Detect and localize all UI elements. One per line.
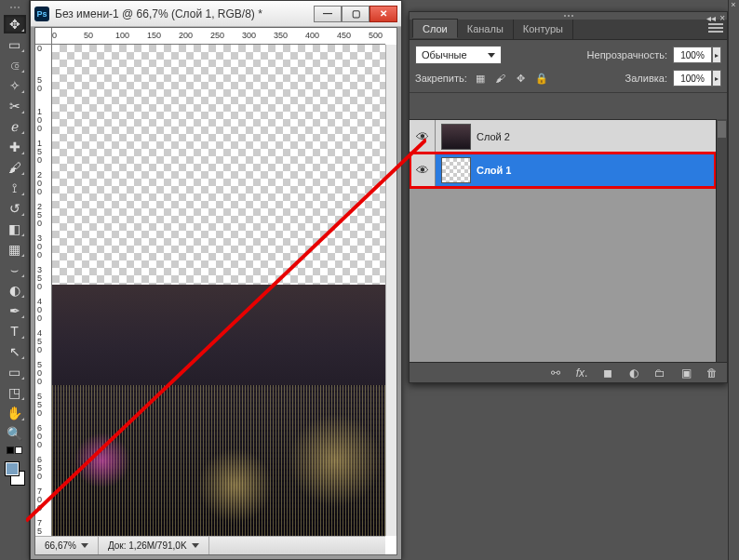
layer-scrollbar[interactable] xyxy=(716,119,727,362)
default-colors-icon[interactable] xyxy=(7,447,23,456)
fill-label: Заливка: xyxy=(625,73,667,84)
lock-pixels-icon[interactable]: 🖌 xyxy=(493,71,508,86)
layer-thumbnail[interactable] xyxy=(441,157,471,183)
lock-all-icon[interactable]: 🔒 xyxy=(534,71,549,86)
layer-thumbnail[interactable] xyxy=(441,124,471,150)
blur-tool[interactable]: ⌣ xyxy=(4,260,26,279)
layers-panel: ◂◂ × Слои Каналы Контуры Обычные Непрозр… xyxy=(409,11,728,383)
maximize-button[interactable]: ▢ xyxy=(342,6,370,22)
history-brush-tool[interactable]: ↺ xyxy=(4,199,26,218)
panel-tabs: Слои Каналы Контуры xyxy=(410,20,727,40)
layer-list[interactable]: 👁 Слой 2 👁 Слой 1 xyxy=(410,119,716,362)
fill-input[interactable]: 100% xyxy=(673,70,712,87)
dodge-tool[interactable]: ◐ xyxy=(4,281,26,300)
fill-arrow[interactable]: ▸ xyxy=(712,70,721,87)
annotation-line xyxy=(26,121,426,530)
tab-layers[interactable]: Слои xyxy=(412,19,458,38)
lasso-tool[interactable]: ⟃ xyxy=(4,56,26,74)
lock-label: Закрепить: xyxy=(415,73,467,84)
path-select-tool[interactable]: ↖ xyxy=(4,342,26,361)
layer-fx-icon[interactable]: fx. xyxy=(572,366,591,380)
healing-tool[interactable]: ✚ xyxy=(4,138,26,156)
brush-tool[interactable]: 🖌 xyxy=(4,158,26,177)
status-bar: 66,67% Док: 1,26M/791,0K xyxy=(35,536,385,554)
marquee-tool[interactable]: ▭ xyxy=(4,35,26,54)
panel-menu-icon[interactable] xyxy=(708,21,723,34)
dock-collapse-icon[interactable]: × xyxy=(728,0,739,11)
stamp-tool[interactable]: ⟟ xyxy=(4,179,26,197)
shape-tool[interactable]: ▭ xyxy=(4,363,26,381)
new-layer-icon[interactable]: ▣ xyxy=(677,366,695,380)
palette-dock[interactable]: × xyxy=(728,0,739,560)
document-title: Без имени-1 @ 66,7% (Слой 1, RGB/8) * xyxy=(55,7,308,20)
layer-name[interactable]: Слой 2 xyxy=(477,131,510,142)
zoom-tool[interactable]: 🔍 xyxy=(4,424,26,443)
tab-channels[interactable]: Каналы xyxy=(458,20,514,39)
ruler-origin[interactable] xyxy=(35,28,52,45)
color-swatch[interactable] xyxy=(3,460,27,487)
tab-paths[interactable]: Контуры xyxy=(514,20,573,39)
opacity-input[interactable]: 100% xyxy=(673,47,712,63)
crop-tool[interactable]: ✂ xyxy=(4,97,26,115)
doc-size-status[interactable]: Док: 1,26M/791,0K xyxy=(99,537,209,554)
layer-name[interactable]: Слой 1 xyxy=(477,165,511,176)
ruler-horizontal[interactable]: 050100150200250300350400450500 xyxy=(52,28,385,45)
titlebar[interactable]: Ps Без имени-1 @ 66,7% (Слой 1, RGB/8) *… xyxy=(31,1,401,27)
layer-mask-icon[interactable]: ◼ xyxy=(598,366,617,380)
zoom-status[interactable]: 66,67% xyxy=(35,537,99,554)
3d-tool[interactable]: ◳ xyxy=(4,383,26,402)
link-layers-icon[interactable]: ⚯ xyxy=(546,366,565,380)
svg-line-0 xyxy=(26,140,426,521)
eyedropper-tool[interactable]: ℯ xyxy=(4,117,26,136)
app-icon: Ps xyxy=(34,7,49,21)
gradient-tool[interactable]: ▦ xyxy=(4,240,26,259)
opacity-label: Непрозрачность: xyxy=(587,49,667,60)
group-icon[interactable]: 🗀 xyxy=(651,366,669,380)
hand-tool[interactable]: ✋ xyxy=(4,404,26,422)
lock-transparency-icon[interactable]: ▦ xyxy=(473,71,488,86)
layer-row-selected[interactable]: 👁 Слой 1 xyxy=(410,153,716,187)
lock-position-icon[interactable]: ✥ xyxy=(514,71,529,86)
move-tool[interactable]: ✥ xyxy=(4,15,26,33)
layer-row[interactable]: 👁 Слой 2 xyxy=(410,120,716,153)
type-tool[interactable]: T xyxy=(4,322,26,340)
layers-panel-footer: ⚯ fx. ◼ ◐ 🗀 ▣ 🗑 xyxy=(410,362,727,382)
delete-layer-icon[interactable]: 🗑 xyxy=(703,366,721,380)
adjustment-layer-icon[interactable]: ◐ xyxy=(625,366,643,380)
eraser-tool[interactable]: ◧ xyxy=(4,220,26,238)
wand-tool[interactable]: ✧ xyxy=(4,76,26,95)
close-button[interactable]: ✕ xyxy=(370,6,397,22)
minimize-button[interactable]: — xyxy=(314,6,342,22)
opacity-arrow[interactable]: ▸ xyxy=(712,47,721,63)
blend-mode-select[interactable]: Обычные xyxy=(415,46,502,64)
pen-tool[interactable]: ✒ xyxy=(4,301,26,320)
